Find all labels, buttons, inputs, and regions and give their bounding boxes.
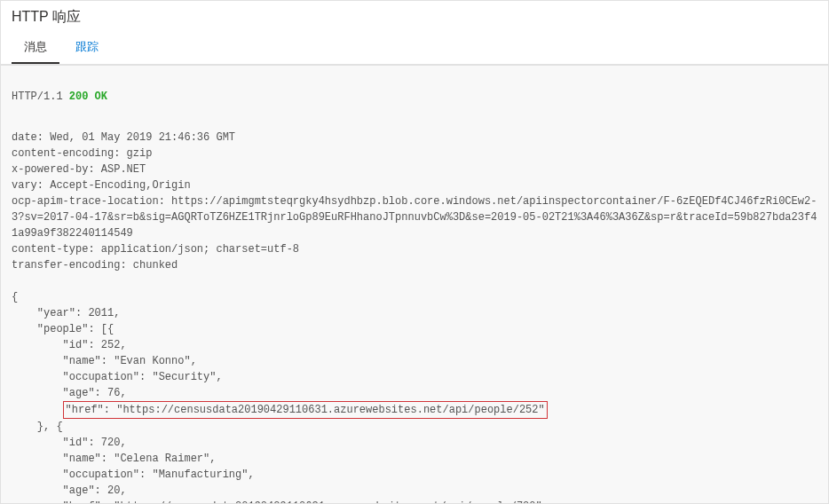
json-body: { "year": 2011, "people": [{ "id": 252, … bbox=[12, 289, 817, 503]
http-proto: HTTP/1.1 bbox=[12, 91, 63, 103]
tab-trace[interactable]: 跟踪 bbox=[63, 32, 111, 64]
tab-message[interactable]: 消息 bbox=[12, 32, 59, 64]
http-status: 200 OK bbox=[69, 91, 107, 103]
headers-block: date: Wed, 01 May 2019 21:46:36 GMT cont… bbox=[12, 130, 817, 273]
response-body: HTTP/1.1 200 OK date: Wed, 01 May 2019 2… bbox=[1, 65, 828, 503]
panel-title: HTTP 响应 bbox=[1, 1, 828, 32]
highlighted-href: "href": "https://censusdata2019042911063… bbox=[63, 401, 548, 419]
status-line: HTTP/1.1 200 OK bbox=[12, 89, 817, 105]
http-response-panel: HTTP 响应 消息 跟踪 HTTP/1.1 200 OK date: Wed,… bbox=[0, 0, 829, 504]
tabs: 消息 跟踪 bbox=[1, 32, 828, 65]
